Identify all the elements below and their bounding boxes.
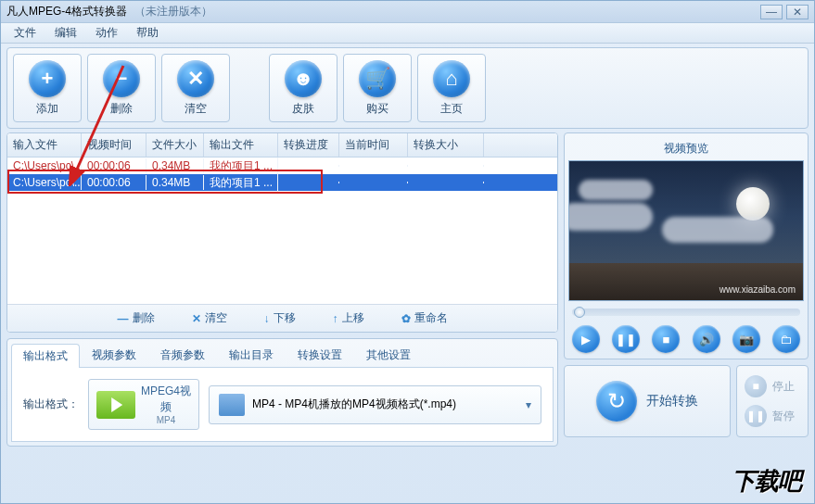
col-fsize[interactable]: 文件大小 [146, 133, 204, 157]
tab-conv-setting[interactable]: 转换设置 [286, 343, 354, 367]
gear-icon: ✿ [401, 312, 411, 325]
titlebar: 凡人MPEG-4格式转换器 （未注册版本） — ✕ [1, 1, 814, 23]
pause-button[interactable]: ❚❚ [612, 325, 640, 353]
add-button[interactable]: + 添加 [13, 54, 82, 122]
format-desc: MP4 - MP4机播放的MP4视频格式(*.mp4) [252, 397, 456, 412]
app-window: 凡人MPEG-4格式转换器 （未注册版本） — ✕ 文件 编辑 动作 帮助 + … [0, 0, 815, 504]
app-title: 凡人MPEG-4格式转换器 [6, 4, 127, 19]
col-output[interactable]: 输出文件 [204, 133, 278, 157]
preview-title: 视频预览 [568, 137, 804, 160]
table-row[interactable]: C:\Users\pc\... 00:00:06 0.34MB 我的项目1 ..… [7, 158, 557, 174]
minus-icon: − [103, 60, 140, 97]
tab-other-setting[interactable]: 其他设置 [354, 343, 423, 367]
col-input[interactable]: 输入文件 [7, 133, 82, 157]
folder-button[interactable]: 🗀 [772, 325, 800, 353]
format-select[interactable]: MP4 - MP4机播放的MP4视频格式(*.mp4) ▾ [209, 385, 541, 424]
buy-button[interactable]: 🛒 购买 [343, 54, 412, 122]
play-button[interactable]: ▶ [572, 325, 600, 353]
list-clear[interactable]: ✕清空 [192, 310, 227, 326]
col-progress[interactable]: 转换进度 [278, 133, 339, 157]
minus-icon: — [118, 312, 129, 325]
stop-icon: ■ [745, 375, 767, 397]
minimize-button[interactable]: — [760, 5, 783, 19]
col-curtime[interactable]: 当前时间 [339, 133, 408, 157]
menu-help[interactable]: 帮助 [127, 23, 168, 43]
seekbar[interactable] [572, 309, 800, 316]
xiazaiba-logo: 下载吧 [732, 465, 801, 498]
doc-icon [219, 394, 245, 416]
table-header: 输入文件 视频时间 文件大小 输出文件 转换进度 当前时间 转换大小 [7, 133, 557, 158]
mp4-icon [96, 391, 135, 419]
tab-bar: 输出格式 视频参数 音频参数 输出目录 转换设置 其他设置 [11, 343, 554, 368]
menu-action[interactable]: 动作 [86, 23, 127, 43]
side-controls: ■ 停止 ❚❚ 暂停 [736, 365, 809, 437]
settings-panel: 输出格式 视频参数 音频参数 输出目录 转换设置 其他设置 输出格式： MPEG… [6, 338, 558, 447]
delete-button[interactable]: − 删除 [87, 54, 156, 122]
list-actions: —删除 ✕清空 ↓下移 ↑上移 ✿重命名 [7, 304, 557, 332]
cloud-graphic [662, 217, 773, 243]
floor-graphic [569, 263, 803, 300]
watermark: www.xiazaiba.com [719, 284, 796, 295]
menu-edit[interactable]: 编辑 [45, 23, 86, 43]
cloud-graphic [579, 180, 653, 200]
preview-image: www.xiazaiba.com [568, 160, 804, 301]
arrow-up-icon: ↑ [333, 312, 338, 325]
tab-format[interactable]: 输出格式 [11, 344, 80, 368]
pause-icon: ❚❚ [745, 405, 767, 427]
list-up[interactable]: ↑上移 [333, 310, 364, 326]
pause-convert-button[interactable]: ❚❚ 暂停 [745, 405, 800, 427]
moon-graphic [736, 187, 770, 220]
home-icon: ⌂ [433, 60, 470, 97]
tab-content: 输出格式： MPEG4视 频 MP4 MP4 - MP4机播放的MP4视频格式(… [11, 368, 554, 442]
menubar: 文件 编辑 动作 帮助 [1, 23, 814, 44]
x-icon: ✕ [177, 60, 214, 97]
menu-file[interactable]: 文件 [5, 23, 45, 43]
toolbar: + 添加 − 删除 ✕ 清空 ☻ 皮肤 🛒 购买 ⌂ 主页 [6, 47, 809, 129]
tab-output-dir[interactable]: 输出目录 [217, 343, 286, 367]
preview-panel: 视频预览 www.xiazaiba.com ▶ ❚❚ ■ 🔊 [564, 132, 809, 359]
plus-icon: + [29, 60, 66, 97]
close-button[interactable]: ✕ [786, 5, 809, 19]
start-convert-button[interactable]: ↻ 开始转换 [564, 365, 731, 437]
list-delete[interactable]: —删除 [118, 310, 155, 326]
col-vtime[interactable]: 视频时间 [82, 133, 146, 157]
snapshot-button[interactable]: 📷 [732, 325, 760, 353]
chevron-down-icon: ▾ [526, 398, 531, 411]
stop-button[interactable]: ■ [652, 325, 680, 353]
home-button[interactable]: ⌂ 主页 [417, 54, 486, 122]
tab-audio-param[interactable]: 音频参数 [148, 343, 217, 367]
volume-button[interactable]: 🔊 [693, 325, 720, 353]
x-icon: ✕ [192, 312, 201, 325]
tab-video-param[interactable]: 视频参数 [80, 343, 148, 367]
table-row[interactable]: C:\Users\pc\... 00:00:06 0.34MB 我的项目1 ..… [7, 174, 557, 191]
skin-button[interactable]: ☻ 皮肤 [269, 54, 337, 122]
version-label: （未注册版本） [134, 4, 212, 19]
file-list: 输入文件 视频时间 文件大小 输出文件 转换进度 当前时间 转换大小 C:\Us… [6, 132, 558, 333]
codec-box[interactable]: MPEG4视 频 MP4 [88, 379, 199, 430]
player-controls: ▶ ❚❚ ■ 🔊 📷 🗀 [568, 320, 804, 355]
cart-icon: 🛒 [359, 60, 396, 97]
seek-knob[interactable] [574, 307, 585, 318]
cloud-graphic [568, 203, 653, 231]
clear-button[interactable]: ✕ 清空 [161, 54, 230, 122]
stop-convert-button[interactable]: ■ 停止 [745, 375, 800, 397]
arrow-down-icon: ↓ [264, 312, 270, 325]
refresh-icon: ↻ [596, 381, 637, 422]
list-rename[interactable]: ✿重命名 [401, 310, 448, 326]
list-down[interactable]: ↓下移 [264, 310, 296, 326]
output-format-label: 输出格式： [23, 397, 79, 412]
smile-icon: ☻ [285, 60, 322, 97]
table-body: C:\Users\pc\... 00:00:06 0.34MB 我的项目1 ..… [7, 158, 557, 304]
col-convsize[interactable]: 转换大小 [408, 133, 484, 157]
